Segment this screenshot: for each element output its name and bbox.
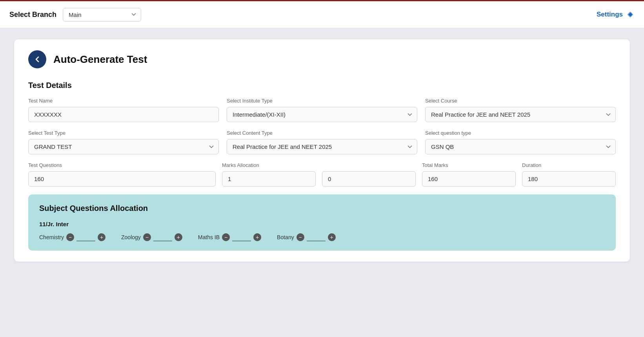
marks-allocation-2-group [322,162,416,187]
test-name-label: Test Name [28,98,219,104]
branch-select[interactable]: MainBranch 2Branch 3 [63,8,141,22]
settings-label: Settings [597,11,623,18]
top-bar: Select Branch MainBranch 2Branch 3 Setti… [0,0,644,28]
marks-allocation-input-1[interactable] [222,171,316,187]
subject-maths-name: Maths IB [198,234,220,240]
class-label: 11/Jr. Inter [39,221,605,227]
course-select[interactable]: Real Practice for JEE and NEET 2025JEE 2… [425,107,616,122]
subject-chemistry-name: Chemistry [39,234,64,240]
marks-allocation-label: Marks Allocation [222,162,316,168]
zoology-minus-button[interactable]: − [143,233,151,241]
form-row-1: Test Name Select Institute Type Intermed… [28,98,616,122]
maths-plus-button[interactable]: + [253,233,261,241]
test-type-group: Select Test Type GRAND TESTWEEKLY TESTUN… [28,130,219,154]
test-type-select[interactable]: GRAND TESTWEEKLY TESTUNIT TEST [28,139,219,154]
marks-allocation-group: Marks Allocation [222,162,316,187]
total-marks-label: Total Marks [422,162,516,168]
duration-input[interactable] [522,171,616,187]
marks-row: Test Questions Marks Allocation Total Ma… [28,162,616,187]
subject-item-zoology: Zoology − + [121,233,182,241]
botany-minus-button[interactable]: − [297,233,304,241]
subject-item-chemistry: Chemistry − + [39,233,106,241]
content-type-select[interactable]: Real Practice for JEE and NEET 2025Other [227,139,417,154]
subject-item-maths: Maths IB − + [198,233,261,241]
duration-label: Duration [522,162,616,168]
subject-allocation-title: Subject Questions Allocation [39,204,605,213]
page-title: Auto-Generate Test [53,53,147,66]
total-marks-input[interactable] [422,171,516,187]
page-header: Auto-Generate Test [28,50,616,68]
total-marks-group: Total Marks [422,162,516,187]
botany-plus-button[interactable]: + [328,233,336,241]
test-details-section: Test Details Test Name Select Institute … [28,81,616,251]
section-title: Test Details [28,81,616,90]
course-label: Select Course [425,98,616,104]
main-card: Auto-Generate Test Test Details Test Nam… [14,39,630,262]
subject-botany-name: Botany [277,234,294,240]
test-questions-label: Test Questions [28,162,216,168]
top-bar-left: Select Branch MainBranch 2Branch 3 [9,8,141,22]
test-questions-input[interactable] [28,171,216,187]
main-content: Auto-Generate Test Test Details Test Nam… [0,28,644,273]
chemistry-plus-button[interactable]: + [98,233,106,241]
content-type-label: Select Content Type [227,130,417,136]
top-bar-right: Settings [597,10,635,19]
test-questions-group: Test Questions [28,162,216,187]
subject-allocation-box: Subject Questions Allocation 11/Jr. Inte… [28,194,616,251]
form-row-2: Select Test Type GRAND TESTWEEKLY TESTUN… [28,130,616,154]
settings-diamond-icon [626,10,635,19]
institute-type-label: Select Institute Type [227,98,417,104]
marks-allocation-2-label [322,162,416,168]
test-name-group: Test Name [28,98,219,122]
institute-type-select[interactable]: Intermediate/(XI-XII)PrimarySecondary [227,107,417,122]
zoology-input[interactable] [153,233,172,241]
test-name-input[interactable] [28,107,219,122]
chemistry-input[interactable] [76,233,95,241]
chemistry-minus-button[interactable]: − [66,233,74,241]
maths-input[interactable] [232,233,251,241]
test-type-label: Select Test Type [28,130,219,136]
subjects-row: Chemistry − + Zoology − + Maths IB [39,233,605,241]
maths-minus-button[interactable]: − [222,233,230,241]
back-arrow-icon [33,55,41,63]
subject-zoology-name: Zoology [121,234,141,240]
select-branch-label: Select Branch [9,11,56,19]
zoology-plus-button[interactable]: + [175,233,182,241]
course-group: Select Course Real Practice for JEE and … [425,98,616,122]
question-type-group: Select question type GSN QBCustom QB [425,130,616,154]
content-type-group: Select Content Type Real Practice for JE… [227,130,417,154]
subject-item-botany: Botany − + [277,233,336,241]
question-type-select[interactable]: GSN QBCustom QB [425,139,616,154]
marks-allocation-input-2[interactable] [322,171,416,187]
botany-input[interactable] [307,233,326,241]
back-button[interactable] [28,50,46,68]
institute-type-group: Select Institute Type Intermediate/(XI-X… [227,98,417,122]
duration-group: Duration [522,162,616,187]
question-type-label: Select question type [425,130,616,136]
